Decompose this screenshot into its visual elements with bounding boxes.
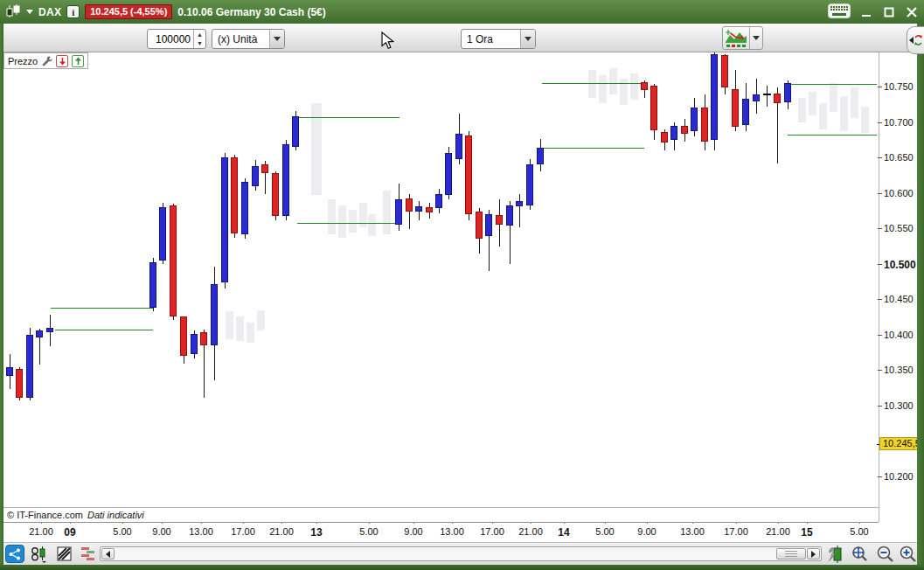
settings-wrench-icon[interactable] [41, 55, 52, 66]
scroll-left-icon[interactable] [101, 548, 115, 560]
time-tick-label: 13.00 [440, 526, 464, 537]
time-tick-label: 21.00 [269, 526, 294, 537]
refresh-arrows-icon [914, 33, 922, 47]
time-tick-label: 09 [64, 526, 75, 539]
chart-objects-button[interactable] [30, 545, 49, 563]
time-tick-label: 9.00 [404, 526, 422, 537]
chart-plot-area[interactable] [3, 52, 879, 507]
time-tick-label: 14 [558, 526, 569, 539]
panel-move-up-button[interactable] [72, 55, 84, 67]
disclaimer-text: Dati indicativi [87, 510, 144, 520]
side-panel-toggle[interactable] [907, 26, 924, 54]
time-tick-label: 17.00 [724, 526, 748, 537]
time-tick-label: 21.00 [766, 526, 790, 537]
mouse-cursor [381, 31, 394, 50]
price-axis[interactable] [879, 52, 917, 522]
window-border-bottom [0, 565, 924, 570]
instrument-title: 0.10.06 Germany 30 Cash (5€) [177, 6, 325, 18]
zoom-in-button[interactable] [899, 545, 918, 563]
time-tick-label: 17.00 [231, 526, 255, 537]
price-change-badge: 10.245,5 (-4,55%) [85, 4, 172, 19]
scrollbar-thumb[interactable] [776, 548, 806, 560]
zoom-custom-button[interactable] [846, 545, 871, 563]
time-tick-label: 5.00 [595, 526, 614, 537]
time-tick-label: 13.00 [680, 526, 705, 537]
time-tick-label: 5.00 [113, 526, 131, 537]
minimize-icon[interactable] [859, 5, 873, 19]
bottom-toolbar [3, 542, 917, 565]
time-tick-label: 9.00 [152, 526, 170, 537]
time-tick-label: 15 [801, 526, 812, 539]
market-depth-button[interactable] [79, 545, 98, 563]
quantity-spinner[interactable]: ▲ ▼ [193, 30, 205, 48]
window-border-left [0, 0, 3, 570]
time-tick-label: 9.00 [637, 526, 656, 537]
timeframe-select-caret-icon[interactable] [520, 30, 535, 48]
chart-style-icon[interactable] [723, 27, 749, 49]
spin-up-icon[interactable]: ▲ [194, 30, 205, 39]
scroll-right-icon[interactable] [807, 548, 820, 560]
info-icon[interactable]: i [66, 5, 80, 18]
unit-select-value: (x) Unità [212, 33, 269, 45]
share-button[interactable] [5, 545, 24, 563]
time-tick-label: 5.00 [850, 526, 868, 537]
spin-down-icon[interactable]: ▼ [194, 39, 205, 49]
chart-style-caret-icon[interactable] [749, 27, 762, 49]
news-button[interactable] [54, 545, 73, 563]
chart-settings-button[interactable] [825, 545, 844, 563]
chart-scrollbar[interactable] [100, 546, 822, 561]
quantity-stepper[interactable]: ▲ ▼ [147, 29, 206, 49]
price-panel-chip: Prezzo [3, 52, 88, 69]
copyright-row: © IT-Finance.com Dati indicativi [3, 507, 879, 522]
chart-toolbar: ▲ ▼ (x) Unità 1 Ora [3, 24, 917, 52]
maximize-icon[interactable] [882, 5, 896, 19]
price-panel-label: Prezzo [8, 56, 38, 66]
time-tick-label: 13 [310, 526, 322, 539]
time-tick-label: 5.00 [359, 526, 378, 537]
close-icon[interactable] [905, 5, 919, 19]
collapse-arrow-icon [909, 37, 914, 44]
time-tick-label: 21.00 [29, 526, 53, 537]
zoom-out-button[interactable] [876, 545, 895, 563]
unit-select[interactable]: (x) Unità [212, 29, 285, 49]
window-border-right [917, 0, 924, 570]
timeframe-select-value: 1 Ora [462, 33, 520, 45]
instrument-candles-icon [5, 3, 21, 21]
title-bar: DAX i 10.245,5 (-4,55%) 0.10.06 Germany … [0, 0, 924, 24]
unit-select-caret-icon[interactable] [269, 30, 284, 48]
symbol-label: DAX [38, 6, 61, 18]
chart-style-button[interactable] [722, 26, 763, 50]
timeframe-select[interactable]: 1 Ora [461, 29, 536, 49]
time-axis-line [3, 522, 879, 523]
time-tick-label: 17.00 [480, 526, 504, 537]
trading-app-window: DAX i 10.245,5 (-4,55%) 0.10.06 Germany … [0, 0, 924, 570]
quantity-input[interactable] [148, 30, 193, 48]
time-axis[interactable]: 21.00095.009.0013.0017.0021.00135.009.00… [3, 522, 917, 542]
time-tick-label: 21.00 [518, 526, 543, 537]
panel-move-down-button[interactable] [56, 55, 68, 67]
symbol-dropdown-caret-icon[interactable] [26, 10, 33, 14]
copyright-text: © IT-Finance.com [7, 510, 83, 520]
time-tick-label: 13.00 [189, 526, 213, 537]
keyboard-icon[interactable] [828, 3, 851, 20]
